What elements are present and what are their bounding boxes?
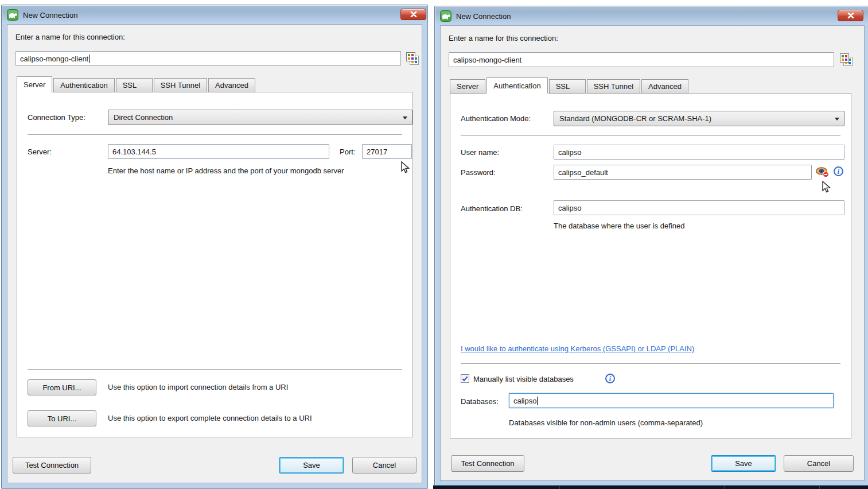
titlebar[interactable]: New Connection <box>2 6 427 24</box>
auth-mode-label: Authentication Mode: <box>461 114 531 123</box>
tab-label: SSH Tunnel <box>161 81 200 90</box>
tab-label: Authentication <box>60 81 107 90</box>
column-divider <box>724 486 725 489</box>
color-swatch-icon[interactable] <box>405 51 420 66</box>
connection-name-input[interactable]: calipso-mongo-client <box>15 51 401 66</box>
dialog-body: Enter a name for this connection: calips… <box>7 24 422 483</box>
tab-label: Authentication <box>493 82 540 90</box>
auth-mode-value: Standard (MONGODB-CR or SCRAM-SHA-1) <box>559 114 711 123</box>
port-value: 27017 <box>367 148 387 156</box>
window-title: New Connection <box>23 11 77 20</box>
new-connection-dialog-server: New Connection Enter a name for this con… <box>1 5 428 489</box>
column-divider <box>559 486 560 489</box>
check-icon <box>462 376 468 382</box>
tab-server[interactable]: Server <box>17 76 52 92</box>
user-name-value: calipso <box>558 148 581 157</box>
column-divider <box>819 486 820 489</box>
tab-ssl[interactable]: SSL <box>116 78 153 92</box>
save-button[interactable]: Save <box>279 457 344 474</box>
tab-label: SSH Tunnel <box>594 82 633 91</box>
tab-server[interactable]: Server <box>450 79 485 94</box>
password-value: calipso_default <box>558 168 608 177</box>
tab-bar: Server Authentication SSL SSH Tunnel Adv… <box>450 77 690 94</box>
password-input[interactable]: calipso_default <box>554 165 812 180</box>
port-input[interactable]: 27017 <box>362 144 412 159</box>
tab-ssh-tunnel[interactable]: SSH Tunnel <box>154 78 207 92</box>
databases-input[interactable]: calipso <box>509 393 834 408</box>
connection-type-value: Direct Connection <box>114 113 173 122</box>
section-divider <box>461 363 840 364</box>
tab-label: SSL <box>123 81 137 90</box>
databases-hint: Databases visible for non-admin users (c… <box>509 418 703 427</box>
mouse-cursor-icon <box>821 181 832 195</box>
background-app-strip <box>433 485 868 489</box>
close-icon <box>847 13 854 18</box>
port-label: Port: <box>340 148 355 156</box>
tab-label: SSL <box>556 82 570 91</box>
user-name-input[interactable]: calipso <box>554 145 844 160</box>
eye-hide-icon[interactable] <box>815 166 830 178</box>
cancel-button[interactable]: Cancel <box>352 457 417 474</box>
databases-value: calipso <box>513 397 536 405</box>
mouse-cursor-icon <box>400 161 411 176</box>
server-label: Server: <box>28 148 52 156</box>
authentication-tab-panel: Authentication Mode: Standard (MONGODB-C… <box>450 93 851 438</box>
text-caret <box>89 55 89 63</box>
manually-list-databases-checkbox[interactable] <box>461 374 469 383</box>
connection-name-label: Enter a name for this connection: <box>15 33 125 41</box>
save-button[interactable]: Save <box>711 455 776 472</box>
auth-db-hint: The database where the user is defined <box>554 222 684 230</box>
tab-advanced[interactable]: Advanced <box>641 79 688 94</box>
tab-authentication[interactable]: Authentication <box>53 78 114 92</box>
tab-label: Server <box>457 82 478 91</box>
tab-label: Advanced <box>215 81 248 90</box>
section-divider <box>461 135 840 136</box>
tab-label: Advanced <box>648 82 682 91</box>
connection-name-input[interactable]: calipso-mongo-client <box>449 52 834 67</box>
section-divider <box>28 134 402 135</box>
user-name-label: User name: <box>461 148 499 157</box>
kerberos-ldap-link[interactable]: I would like to authenticate using Kerbe… <box>461 344 694 353</box>
auth-db-label: Authentication DB: <box>461 204 523 213</box>
cancel-button[interactable]: Cancel <box>784 455 854 472</box>
new-connection-dialog-authentication: New Connection Enter a name for this con… <box>434 6 868 487</box>
color-swatch-icon[interactable] <box>839 52 854 67</box>
tab-ssl[interactable]: SSL <box>549 79 586 94</box>
auth-db-value: calipso <box>558 204 581 212</box>
databases-label: Databases: <box>461 397 499 406</box>
connection-type-label: Connection Type: <box>28 113 85 122</box>
password-label: Password: <box>461 168 496 177</box>
server-hint: Enter the host name or IP address and th… <box>108 166 344 175</box>
from-uri-hint: Use this option to import connection det… <box>108 383 288 391</box>
tab-ssh-tunnel[interactable]: SSH Tunnel <box>587 79 640 94</box>
auth-db-input[interactable]: calipso <box>554 200 844 215</box>
connection-name-label: Enter a name for this connection: <box>449 34 558 42</box>
to-uri-button[interactable]: To URI... <box>28 410 96 426</box>
test-connection-button[interactable]: Test Connection <box>451 455 524 472</box>
app-icon <box>440 10 451 22</box>
from-uri-button[interactable]: From URI... <box>28 379 96 395</box>
server-address-input[interactable]: 64.103.144.5 <box>108 144 329 159</box>
close-button[interactable] <box>838 10 863 21</box>
manually-list-databases-label: Manually list visible databases <box>473 375 574 383</box>
test-connection-button[interactable]: Test Connection <box>13 457 91 474</box>
server-tab-panel: Connection Type: Direct Connection Serve… <box>17 92 413 437</box>
info-icon[interactable] <box>605 374 615 383</box>
connection-name-value: calipso-mongo-client <box>453 56 521 64</box>
app-icon <box>7 9 18 21</box>
titlebar[interactable]: New Connection <box>435 7 868 25</box>
close-button[interactable] <box>400 9 426 20</box>
section-divider <box>28 369 402 370</box>
text-caret <box>537 397 538 405</box>
dialog-body: Enter a name for this connection: calips… <box>440 25 865 481</box>
connection-type-select[interactable]: Direct Connection <box>108 110 412 125</box>
server-address-value: 64.103.144.5 <box>112 148 156 156</box>
auth-mode-select[interactable]: Standard (MONGODB-CR or SCRAM-SHA-1) <box>554 111 844 126</box>
close-icon <box>410 11 417 17</box>
tab-advanced[interactable]: Advanced <box>208 78 255 92</box>
chevron-down-icon <box>403 117 407 119</box>
tab-bar: Server Authentication SSL SSH Tunnel Adv… <box>17 76 256 92</box>
chevron-down-icon <box>835 118 839 121</box>
info-icon[interactable] <box>834 166 843 176</box>
tab-authentication[interactable]: Authentication <box>486 77 547 94</box>
